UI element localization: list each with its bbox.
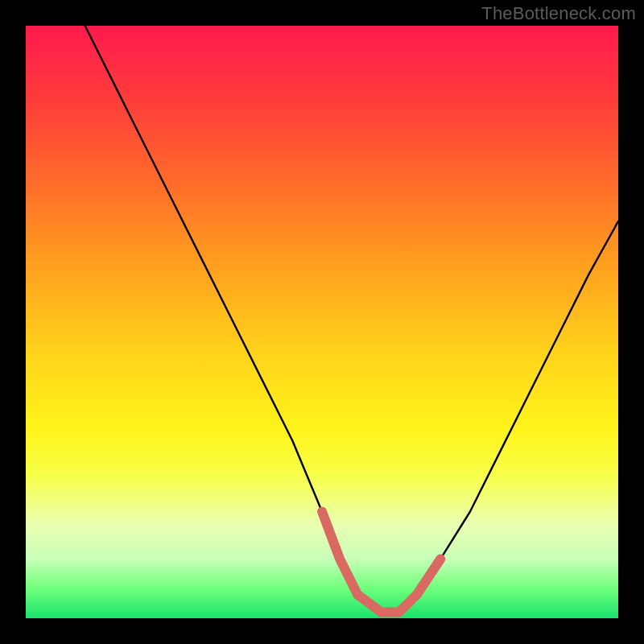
chart-frame: TheBottleneck.com [0,0,644,644]
chart-svg [26,26,618,618]
watermark-text: TheBottleneck.com [481,3,636,24]
curve-line [85,26,618,613]
highlight-segment [322,512,440,613]
chart-plot-area [26,26,618,618]
